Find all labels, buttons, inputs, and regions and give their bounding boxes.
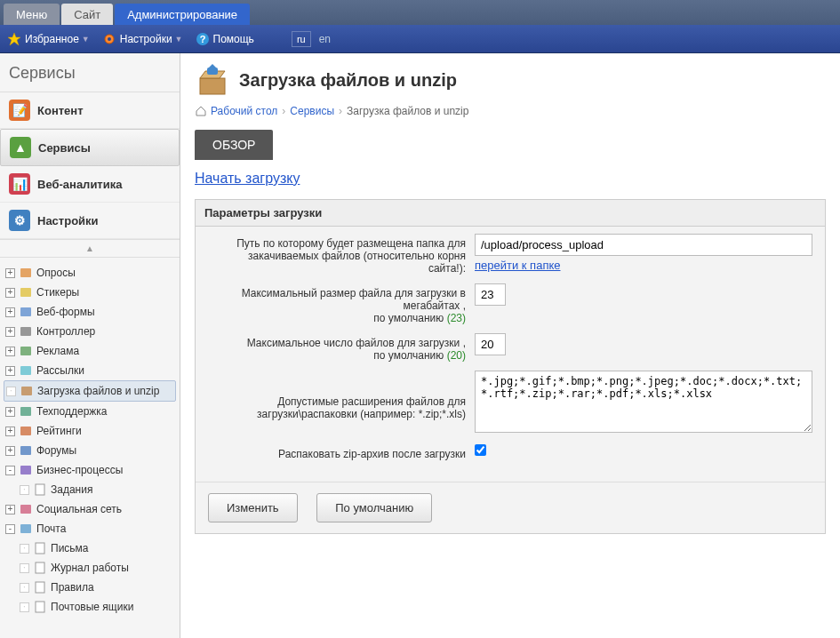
tree-item-child[interactable]: ·Почтовые ящики <box>4 597 176 617</box>
tree-toggle[interactable]: + <box>5 347 15 356</box>
tree-toggle[interactable]: + <box>5 366 15 376</box>
tree-toggle[interactable]: · <box>20 485 29 495</box>
tree-item[interactable]: +Веб-формы <box>4 302 176 322</box>
tree-label: Правила <box>51 581 94 594</box>
breadcrumb-home[interactable]: Рабочий стол <box>211 105 277 117</box>
svg-rect-17 <box>36 484 44 495</box>
lang-ru[interactable]: ru <box>292 31 311 47</box>
svg-rect-7 <box>20 288 31 297</box>
maxsize-input[interactable] <box>475 283 506 306</box>
page-header: Загрузка файлов и unzip <box>195 62 826 98</box>
tab-overview[interactable]: ОБЗОР <box>195 130 273 160</box>
collapse-handle[interactable]: ▲ <box>0 240 180 258</box>
tree-label: Социальная сеть <box>36 503 122 515</box>
page-title: Загрузка файлов и unzip <box>239 70 457 91</box>
breadcrumb-current: Загрузка файлов и unzip <box>347 105 468 117</box>
tree-label: Рейтинги <box>36 425 82 437</box>
folder-icon <box>19 502 33 516</box>
favorites-menu[interactable]: Избранное ▼ <box>7 32 90 46</box>
tree-toggle[interactable]: + <box>5 268 15 278</box>
tree-toggle[interactable]: - <box>5 524 15 534</box>
toolbar: Избранное ▼ Настройки ▼ ? Помощь ru en <box>0 25 840 53</box>
tree-item[interactable]: +Форумы <box>4 441 176 460</box>
tree-item-child[interactable]: ·Письма <box>4 538 176 558</box>
tab-admin[interactable]: Администрирование <box>115 4 250 25</box>
page-icon <box>33 561 47 575</box>
tree-toggle[interactable]: + <box>5 288 15 298</box>
tree-toggle[interactable]: + <box>5 407 15 417</box>
svg-rect-18 <box>20 505 31 514</box>
tree-toggle[interactable]: · <box>20 544 29 554</box>
tree-toggle[interactable]: + <box>5 327 15 337</box>
change-button[interactable]: Изменить <box>208 493 298 522</box>
tree-toggle[interactable]: + <box>5 307 15 317</box>
folder-icon <box>19 404 33 419</box>
tree-label: Журнал работы <box>51 562 129 574</box>
tab-site[interactable]: Сайт <box>61 4 113 25</box>
extensions-input[interactable]: *.jpg;*.gif;*.bmp;*.png;*.jpeg;*.doc;*.d… <box>475 371 812 433</box>
bignav-label: Настройки <box>37 214 99 227</box>
tree-toggle[interactable]: · <box>20 583 29 593</box>
tree-item[interactable]: -Бизнес-процессы <box>4 460 176 480</box>
tree-label: Загрузка файлов и unzip <box>37 385 159 397</box>
start-upload-link[interactable]: Начать загрузку <box>195 171 300 187</box>
tree-item[interactable]: ·Загрузка файлов и unzip <box>4 380 176 402</box>
bignav-item-3[interactable]: ⚙Настройки <box>0 203 180 239</box>
bignav-item-1[interactable]: ▲Сервисы <box>0 129 180 166</box>
settings-menu[interactable]: Настройки ▼ <box>102 32 183 46</box>
sidebar-bignav: 📝Контент▲Сервисы📊Веб-аналитика⚙Настройки <box>0 92 180 240</box>
unzip-checkbox[interactable] <box>475 444 486 456</box>
tree-label: Опросы <box>36 267 76 279</box>
bignav-label: Сервисы <box>38 141 91 155</box>
page-icon <box>33 541 47 555</box>
tree-item[interactable]: +Социальная сеть <box>4 499 176 519</box>
svg-rect-12 <box>21 387 32 395</box>
tree-item[interactable]: +Реклама <box>4 341 176 361</box>
tree-label: Реклама <box>36 345 79 357</box>
tree-item[interactable]: +Рейтинги <box>4 421 176 441</box>
folder-icon <box>19 443 33 458</box>
tree-item-child[interactable]: ·Журнал работы <box>4 558 176 578</box>
tree-toggle[interactable]: + <box>5 446 15 456</box>
tree-toggle[interactable]: + <box>5 427 15 436</box>
sidebar-tree: +Опросы+Стикеры+Веб-формы+Контроллер+Рек… <box>0 258 180 622</box>
bignav-icon: 📊 <box>9 173 30 195</box>
folder-icon <box>19 266 33 280</box>
help-label: Помощь <box>213 33 254 45</box>
tree-label: Стикеры <box>36 286 79 299</box>
tree-item[interactable]: -Почта <box>4 519 176 538</box>
path-input[interactable] <box>475 234 812 256</box>
bignav-icon: ⚙ <box>9 210 30 231</box>
maxsize-label: Максимальный размер файла для загрузки в… <box>208 283 475 324</box>
bignav-item-0[interactable]: 📝Контент <box>0 92 180 129</box>
tree-item-child[interactable]: ·Правила <box>4 578 176 597</box>
goto-folder-link[interactable]: перейти к папке <box>475 259 561 272</box>
maxfiles-input[interactable] <box>475 333 506 355</box>
tree-item-child[interactable]: ·Задания <box>4 480 176 499</box>
help-menu[interactable]: ? Помощь <box>196 32 254 46</box>
page-icon <box>33 600 47 614</box>
tree-toggle[interactable]: · <box>20 563 29 573</box>
tree-label: Техподдержка <box>36 405 108 418</box>
tree-toggle[interactable]: · <box>6 387 16 396</box>
tree-item[interactable]: +Контроллер <box>4 322 176 341</box>
tree-toggle[interactable]: · <box>20 602 29 612</box>
svg-point-2 <box>108 37 111 41</box>
tree-toggle[interactable]: + <box>5 505 15 514</box>
default-button[interactable]: По умолчанию <box>316 493 432 522</box>
tree-toggle[interactable]: - <box>5 466 15 475</box>
bignav-item-2[interactable]: 📊Веб-аналитика <box>0 166 180 203</box>
folder-icon <box>19 324 33 339</box>
lang-en[interactable]: en <box>315 31 335 47</box>
tree-item[interactable]: +Рассылки <box>4 361 176 380</box>
svg-marker-0 <box>8 33 20 45</box>
tab-menu[interactable]: Меню <box>4 4 60 25</box>
svg-rect-21 <box>36 562 44 573</box>
tree-item[interactable]: +Стикеры <box>4 283 176 302</box>
tree-item[interactable]: +Опросы <box>4 263 176 283</box>
breadcrumb-services[interactable]: Сервисы <box>290 105 334 117</box>
tree-label: Бизнес-процессы <box>36 464 123 476</box>
tree-item[interactable]: +Техподдержка <box>4 402 176 421</box>
svg-rect-11 <box>20 366 31 375</box>
tree-label: Форумы <box>36 444 76 457</box>
